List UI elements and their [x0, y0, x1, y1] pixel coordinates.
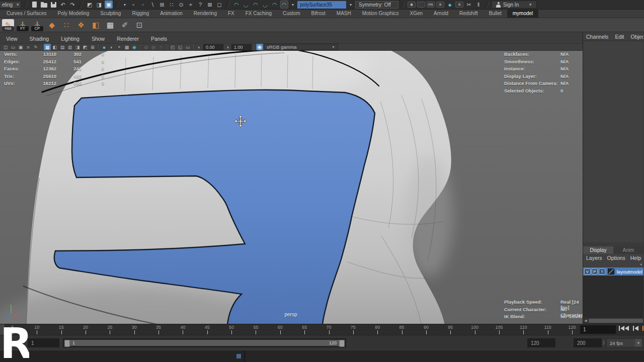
viewport-menu-shading[interactable]: Shading	[30, 36, 49, 43]
channel-menu-object[interactable]: Object	[630, 34, 643, 41]
playback-end-field[interactable]: 120	[527, 338, 555, 347]
snap-line-icon[interactable]: ∖	[148, 1, 156, 9]
time-slider[interactable]: 5101520253035404550556065707580859095100…	[0, 324, 644, 335]
animation-start-field[interactable]: 1	[28, 338, 59, 347]
selection-name-input[interactable]: polySurface35	[297, 1, 346, 9]
range-bar-fill[interactable]	[64, 340, 345, 346]
all-lights-icon[interactable]: ⊙	[142, 44, 149, 50]
shelf-tab-redshift[interactable]: Redshift	[454, 10, 484, 18]
resolution-gate-icon[interactable]: ◧	[51, 44, 58, 50]
render-view-icon[interactable]: ◉	[408, 1, 416, 9]
shadows-icon[interactable]: ▩	[123, 44, 130, 50]
viewport-menu-renderer[interactable]: Renderer	[117, 36, 139, 43]
screen-space-ao-icon[interactable]: ◉	[131, 44, 138, 50]
shelf-target-weld-tool[interactable]: ∷	[60, 19, 72, 31]
xray-joints-icon[interactable]: ▭	[184, 44, 191, 50]
use-default-material-icon[interactable]: ◓	[116, 44, 123, 50]
render-globals-icon[interactable]: ●	[446, 1, 454, 9]
view-transform-dropdown[interactable]: sRGB gamma ▼	[264, 44, 338, 50]
field-chart-icon[interactable]: ◨	[74, 44, 81, 50]
rebuild-curve-icon[interactable]: ◠	[252, 1, 260, 9]
shelf-tab-rigging[interactable]: Rigging	[126, 10, 154, 18]
playback-range-slider[interactable]: 1 120	[63, 338, 346, 347]
range-end-handle[interactable]	[339, 340, 345, 347]
shelf-tab-fx[interactable]: FX	[222, 10, 240, 18]
layer-toggle-p[interactable]: P	[592, 268, 598, 275]
tab-anim[interactable]: Anim	[613, 246, 643, 254]
menuset-dropdown[interactable]: eling ▼	[0, 1, 21, 9]
select-camera-icon[interactable]: ◫	[2, 44, 9, 50]
bookmarks-icon[interactable]: ≡	[25, 44, 32, 50]
shaded-display-icon[interactable]: ●	[101, 44, 108, 50]
shelf-tab-mash[interactable]: MASH	[331, 10, 357, 18]
undo-icon[interactable]: ↶	[59, 1, 67, 9]
snap-curve-icon[interactable]: ◦	[139, 1, 147, 9]
lock-selection-icon[interactable]: ⊠	[206, 1, 214, 9]
shelf-tab-rendering[interactable]: Rendering	[188, 10, 222, 18]
gamma-field[interactable]: 1.00	[231, 44, 252, 50]
pause-icon[interactable]: ‖	[474, 1, 482, 9]
layer-menu-help[interactable]: Help	[630, 255, 641, 261]
textured-display-icon[interactable]: ◐	[108, 44, 115, 50]
collapse-arrow-icon[interactable]: ◄	[639, 262, 642, 266]
snap-point-icon[interactable]: ∷	[168, 1, 176, 9]
shelf-tab-curves-surfaces[interactable]: Curves / Surfaces	[1, 10, 52, 18]
xray-icon[interactable]: ◱	[177, 44, 184, 50]
shelf-center-pivot-tool[interactable]: CP	[31, 19, 43, 31]
shelf-tab-arnold[interactable]: Arnold	[428, 10, 454, 18]
exposure-icon[interactable]: ◐	[196, 44, 203, 50]
command-line-input[interactable]	[0, 350, 245, 362]
film-gate-icon[interactable]: ▤	[59, 44, 66, 50]
viewport-menu-panels[interactable]: Panels	[151, 36, 167, 43]
shelf-tab-custom[interactable]: Custom	[277, 10, 305, 18]
exposure-field[interactable]: 0.00	[203, 44, 223, 50]
shelf-multi-cut-tool[interactable]: ▦	[104, 19, 116, 31]
layer-color-swatch-icon[interactable]	[608, 268, 614, 275]
grease-pencil-icon[interactable]: ✎	[32, 44, 39, 50]
launch-render-sequence-icon[interactable]: ≣	[455, 1, 463, 9]
shelf-tab-fx-caching[interactable]: FX Caching	[240, 10, 277, 18]
select-component-icon[interactable]: ▣	[105, 1, 113, 9]
curve-tool-caret-icon[interactable]: ▾	[290, 1, 296, 9]
shelf-poly-primitive-tool[interactable]: ◆	[46, 19, 58, 31]
snap-projected-center-icon[interactable]: ⊙	[177, 1, 185, 9]
previous-key-button[interactable]	[633, 326, 638, 331]
snap-options-caret-icon[interactable]: ▾	[122, 1, 128, 9]
shelf-tab-bullet[interactable]: Bullet	[484, 10, 507, 18]
layer-menu-options[interactable]: Options	[607, 255, 625, 261]
viewport-menu-show[interactable]: Show	[92, 36, 105, 43]
shelf-tab-mymodel[interactable]: mymodel	[507, 10, 539, 18]
make-live-icon[interactable]: +	[187, 1, 195, 9]
select-object-icon[interactable]: ◨	[95, 1, 103, 9]
render-current-frame-icon[interactable]	[417, 1, 425, 9]
command-mode-indicator[interactable]	[236, 354, 241, 358]
tab-display[interactable]: Display	[583, 246, 613, 254]
channel-menu-channels[interactable]: Channels	[586, 34, 608, 41]
current-frame-field[interactable]: 1	[580, 325, 616, 334]
shelf-tab-motion-graphics[interactable]: Motion Graphics	[357, 10, 405, 18]
layer-menu-layers[interactable]: Layers	[586, 255, 602, 261]
shelf-history-tool[interactable]: ✎Hist	[2, 19, 14, 31]
symmetry-dropdown[interactable]: Symmetry: Off	[355, 1, 398, 9]
wireframe-on-shaded-icon[interactable]: ▦	[44, 44, 51, 50]
no-lights-icon[interactable]: ◎	[150, 44, 157, 50]
safe-title-icon[interactable]: ⊞	[89, 44, 96, 50]
camera-attributes-icon[interactable]: ▣	[17, 44, 24, 50]
layer-toggle-v[interactable]: V	[584, 268, 591, 275]
shelf-freeze-transform-tool[interactable]: FT	[17, 19, 29, 31]
curve-smooth-icon[interactable]: ◡	[261, 1, 269, 9]
shelf-tab-sculpting[interactable]: Sculpting	[95, 10, 126, 18]
fps-dropdown[interactable]: 24 fps ▼	[606, 338, 642, 347]
shelf-tab-xgen[interactable]: XGen	[405, 10, 429, 18]
layer-horizontal-scrollbar[interactable]: ◀	[583, 318, 643, 324]
redo-icon[interactable]: ↷	[68, 1, 76, 9]
range-start-handle[interactable]	[64, 340, 70, 347]
selection-field-caret-icon[interactable]: ▾	[348, 1, 354, 9]
scroll-left-icon[interactable]: ◀	[584, 319, 588, 323]
highlight-selection-icon[interactable]: ◻	[215, 1, 223, 9]
shelf-tab-bifrost[interactable]: Bifrost	[305, 10, 331, 18]
new-scene-icon[interactable]	[30, 1, 38, 9]
color-management-icon[interactable]: ◉	[256, 44, 263, 50]
animation-end-field[interactable]: 200	[574, 338, 602, 347]
open-scene-icon[interactable]	[40, 1, 48, 9]
